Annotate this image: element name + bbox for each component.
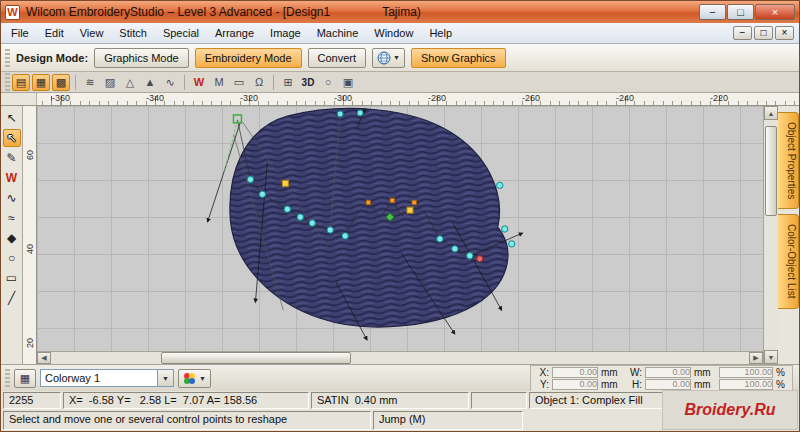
- overview-window-icon[interactable]: ▣: [339, 74, 357, 91]
- reshape-tool[interactable]: ↖: [3, 129, 21, 147]
- x-field[interactable]: [552, 367, 598, 378]
- close-button[interactable]: ×: [755, 4, 795, 20]
- stitch-count: 2255: [3, 392, 61, 409]
- w-field[interactable]: [645, 367, 691, 378]
- menu-item-special[interactable]: Special: [155, 24, 207, 42]
- menu-item-image[interactable]: Image: [262, 24, 309, 42]
- ellipse-tool[interactable]: ○: [3, 249, 21, 267]
- tab-color-object-list[interactable]: Color-Object List: [778, 214, 799, 308]
- scale-x-field[interactable]: [719, 367, 773, 378]
- design-canvas[interactable]: [37, 106, 763, 351]
- hoop-globe-button[interactable]: ▼: [372, 48, 405, 68]
- tatami-stitch-icon[interactable]: ▨: [101, 74, 119, 91]
- globe-icon: [377, 51, 391, 65]
- ruler-label: -360: [47, 93, 75, 103]
- vertical-scrollbar[interactable]: ▲ ▼: [763, 106, 778, 364]
- colorway-dropdown-arrow[interactable]: ▼: [158, 369, 174, 387]
- steil-stitch-tool[interactable]: ≈: [3, 209, 21, 227]
- graphics-mode-button[interactable]: Graphics Mode: [94, 48, 189, 68]
- transform-panel: X: mm W: mm % Y: mm H: mm %: [530, 365, 793, 392]
- toolbar-separator: [184, 75, 185, 90]
- docked-tab-strip: Object Properties Color-Object List: [778, 106, 799, 364]
- convert-button[interactable]: Convert: [308, 48, 367, 68]
- wave-effect-icon[interactable]: ∿: [161, 74, 179, 91]
- select-tool[interactable]: ↖: [3, 109, 21, 127]
- satin-stitch-icon[interactable]: ≋: [81, 74, 99, 91]
- menu-item-file[interactable]: File: [3, 24, 37, 42]
- vertical-scroll-thumb[interactable]: [765, 126, 777, 216]
- horizontal-ruler[interactable]: -360 -340 -320 -300 -280 -260 -240 -220: [37, 93, 799, 105]
- colorway-editor-button[interactable]: ▦: [14, 369, 36, 388]
- rectangle-tool[interactable]: ▭: [3, 269, 21, 287]
- embroidery-object[interactable]: [230, 109, 508, 327]
- mdi-minimize-button[interactable]: −: [733, 26, 752, 40]
- toolbar-grip[interactable]: [5, 369, 10, 387]
- exit-point-marker[interactable]: [477, 256, 483, 262]
- mode-toolbar: Design Mode: Graphics Mode Embroidery Mo…: [1, 44, 799, 72]
- embroidery-mode-button[interactable]: Embroidery Mode: [195, 48, 302, 68]
- toolbar-grip[interactable]: [5, 73, 10, 91]
- measure-tool[interactable]: ╱: [3, 289, 21, 307]
- toolbar-grip[interactable]: [5, 49, 10, 67]
- colorway-select[interactable]: Colorway 1: [40, 369, 158, 387]
- buttonhole-icon[interactable]: Ω: [250, 74, 268, 91]
- icon-toolbar: ▤ ▦ ▩ ≋ ▨ △ ▲ ∿ W M ▭ Ω ⊞ 3D ○ ▣: [1, 72, 799, 93]
- scroll-left-button[interactable]: ◀: [37, 352, 51, 364]
- scroll-up-button[interactable]: ▲: [764, 106, 778, 120]
- menu-item-view[interactable]: View: [72, 24, 112, 42]
- ruler-label: 40: [25, 243, 35, 255]
- show-grid-icon[interactable]: ⊞: [279, 74, 297, 91]
- horizontal-scroll-thumb[interactable]: [161, 352, 351, 364]
- app-icon: W: [5, 5, 20, 20]
- scale-y-field[interactable]: [719, 379, 773, 390]
- window-title: Wilcom EmbroideryStudio – Level 3 Advanc…: [26, 5, 330, 19]
- scroll-down-button[interactable]: ▼: [764, 350, 778, 364]
- broidery-logo-text: Broidery.Ru: [685, 401, 776, 419]
- h-label: H:: [626, 379, 642, 390]
- show-stitches-icon[interactable]: ▤: [12, 74, 30, 91]
- x-unit: mm: [601, 367, 623, 378]
- monogram-icon[interactable]: M: [210, 74, 228, 91]
- status-bar-hint: Select and move one or several control p…: [1, 410, 799, 431]
- minimize-button[interactable]: −: [699, 4, 726, 20]
- ruler-label: 60: [25, 149, 35, 161]
- menu-item-edit[interactable]: Edit: [37, 24, 72, 42]
- maximize-button[interactable]: □: [727, 4, 754, 20]
- lettering-tool[interactable]: W: [3, 169, 21, 187]
- menu-item-machine[interactable]: Machine: [309, 24, 367, 42]
- menu-item-window[interactable]: Window: [366, 24, 421, 42]
- ruler-label: -240: [611, 93, 639, 103]
- globe-dropdown-caret: ▼: [393, 54, 400, 61]
- menu-item-arrange[interactable]: Arrange: [207, 24, 262, 42]
- run-stitch-tool[interactable]: ∿: [3, 189, 21, 207]
- horizontal-scrollbar[interactable]: ◀ ▶: [37, 351, 763, 364]
- complex-fill-tool[interactable]: ◆: [3, 229, 21, 247]
- lettering-icon[interactable]: W: [190, 74, 208, 91]
- thread-dropdown-caret: ▼: [199, 375, 206, 382]
- thread-palette-icon: [183, 372, 196, 385]
- y-label: Y:: [535, 379, 549, 390]
- threed-view-button[interactable]: 3D: [299, 74, 317, 91]
- hoop-icon[interactable]: ○: [319, 74, 337, 91]
- design-mode-label: Design Mode:: [16, 52, 88, 64]
- thread-colors-button[interactable]: ▼: [178, 369, 211, 388]
- scroll-right-button[interactable]: ▶: [749, 352, 763, 364]
- show-outlines-icon[interactable]: ▦: [32, 74, 50, 91]
- motif-fill-icon[interactable]: △: [121, 74, 139, 91]
- show-graphics-button[interactable]: Show Graphics: [411, 48, 506, 68]
- mdi-restore-button[interactable]: □: [754, 26, 773, 40]
- applique-icon[interactable]: ▭: [230, 74, 248, 91]
- menu-item-help[interactable]: Help: [421, 24, 460, 42]
- h-field[interactable]: [645, 379, 691, 390]
- y-field[interactable]: [552, 379, 598, 390]
- mdi-close-button[interactable]: ×: [775, 26, 794, 40]
- entry-guide-dashed-line: [224, 120, 237, 172]
- title-bar[interactable]: W Wilcom EmbroideryStudio – Level 3 Adva…: [1, 1, 799, 23]
- menu-item-stitch[interactable]: Stitch: [111, 24, 155, 42]
- pen-digitize-tool[interactable]: ✎: [3, 149, 21, 167]
- show-needle-points-icon[interactable]: ▩: [52, 74, 70, 91]
- contour-stitch-icon[interactable]: ▲: [141, 74, 159, 91]
- bottom-toolbar: ▦ Colorway 1 ▼ ▼ X: mm W: mm % Y: mm H:: [1, 364, 799, 391]
- vertical-ruler[interactable]: 60 40 20: [23, 106, 37, 364]
- tab-object-properties[interactable]: Object Properties: [778, 112, 799, 209]
